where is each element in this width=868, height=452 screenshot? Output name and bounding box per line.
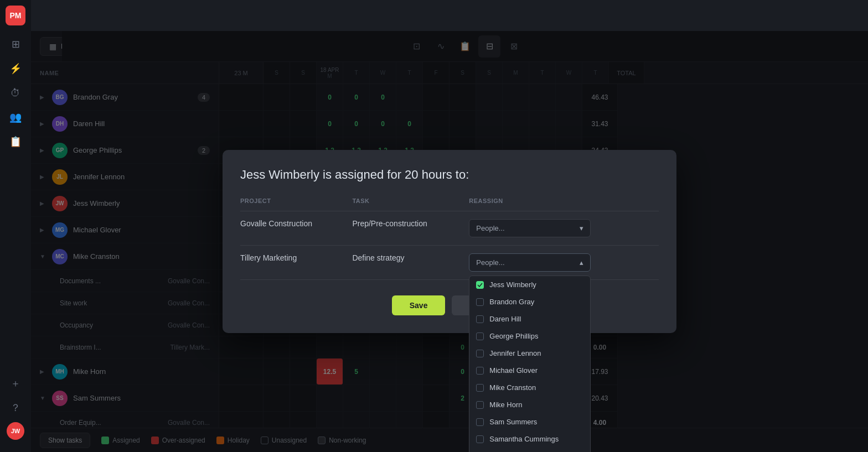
dropdown-item-sam-summers[interactable]: Sam Summers bbox=[469, 413, 590, 430]
dropdown-label-brandon-gray: Brandon Gray bbox=[489, 298, 534, 306]
modal-row1-task: Prep/Pre-construction bbox=[352, 211, 469, 246]
nav-projects-icon[interactable]: 📋 bbox=[6, 132, 25, 152]
modal-row2-reassign: People... ▴ Jess Wimberly bbox=[469, 246, 659, 280]
modal-overlay: Jess Wimberly is assigned for 20 hours t… bbox=[31, 31, 868, 452]
people-dropdown-list: Jess Wimberly Brandon Gray Daren Hill bbox=[469, 276, 591, 452]
dropdown-label-mike-cranston: Mike Cranston bbox=[489, 383, 536, 392]
dropdown-item-mike-horn[interactable]: Mike Horn bbox=[469, 396, 590, 413]
checkbox-brandon-gray bbox=[476, 298, 484, 306]
nav-home-icon[interactable]: ⊞ bbox=[6, 34, 25, 54]
people-dropdown-row2: People... ▴ Jess Wimberly bbox=[469, 253, 659, 272]
dropdown-label-daren-hill: Daren Hill bbox=[489, 315, 521, 323]
modal-actions: Save Close bbox=[240, 295, 659, 315]
dropdown-label-jennifer-lennon: Jennifer Lennon bbox=[489, 349, 541, 357]
modal-row1-project: Govalle Construction bbox=[240, 211, 352, 246]
modal-row2-project: Tillery Marketing bbox=[240, 246, 352, 280]
modal-row-1: Govalle Construction Prep/Pre-constructi… bbox=[240, 211, 659, 246]
checkbox-samantha-cummings bbox=[476, 435, 484, 443]
dropdown-label-sam-summers: Sam Summers bbox=[489, 418, 537, 426]
nav-time-icon[interactable]: ⏱ bbox=[6, 83, 25, 103]
modal-row1-reassign: People... ▾ bbox=[469, 211, 659, 246]
modal-title: Jess Wimberly is assigned for 20 hours t… bbox=[240, 168, 659, 182]
people-dropdown-btn-row2[interactable]: People... ▴ bbox=[469, 253, 591, 272]
dropdown-item-tara-washington[interactable]: Tara Washington bbox=[469, 448, 590, 452]
checkbox-jess-wimberly bbox=[476, 281, 484, 289]
checkbox-sam-summers bbox=[476, 418, 484, 426]
modal-row-2: Tillery Marketing Define strategy People… bbox=[240, 246, 659, 280]
dropdown-label-mike-horn: Mike Horn bbox=[489, 401, 522, 409]
dropdown-label-george-phillips: George Phillips bbox=[489, 332, 538, 340]
dropdown-placeholder-row2: People... bbox=[476, 258, 504, 267]
checkbox-george-phillips bbox=[476, 332, 484, 340]
col-header-task: TASK bbox=[352, 198, 469, 211]
nav-alerts-icon[interactable]: ⚡ bbox=[6, 59, 25, 79]
dropdown-placeholder-row1: People... bbox=[476, 224, 504, 232]
col-header-project: PROJECT bbox=[240, 198, 352, 211]
checkbox-jennifer-lennon bbox=[476, 350, 484, 357]
dropdown-item-brandon-gray[interactable]: Brandon Gray bbox=[469, 293, 590, 310]
dropdown-item-samantha-cummings[interactable]: Samantha Cummings bbox=[469, 430, 590, 448]
dropdown-item-daren-hill[interactable]: Daren Hill bbox=[469, 310, 590, 328]
app-logo: PM bbox=[6, 6, 25, 25]
save-button[interactable]: Save bbox=[392, 295, 446, 315]
dropdown-item-jennifer-lennon[interactable]: Jennifer Lennon bbox=[469, 345, 590, 362]
user-avatar[interactable]: JW bbox=[7, 422, 24, 440]
dropdown-label-jess-wimberly: Jess Wimberly bbox=[489, 280, 536, 289]
dropdown-item-mike-cranston[interactable]: Mike Cranston bbox=[469, 379, 590, 396]
people-dropdown-btn-row1[interactable]: People... ▾ bbox=[469, 219, 591, 237]
nav-help-icon[interactable]: ？ bbox=[6, 398, 25, 418]
checkbox-daren-hill bbox=[476, 315, 484, 323]
dropdown-item-george-phillips[interactable]: George Phillips bbox=[469, 328, 590, 345]
nav-people-icon[interactable]: 👥 bbox=[6, 107, 25, 127]
modal-table: PROJECT TASK REASSIGN Govalle Constructi… bbox=[240, 198, 659, 280]
dropdown-item-jess-wimberly[interactable]: Jess Wimberly bbox=[469, 276, 590, 293]
modal-row2-task: Define strategy bbox=[352, 246, 469, 280]
dropdown-label-michael-glover: Michael Glover bbox=[489, 366, 538, 375]
modal-dialog: Jess Wimberly is assigned for 20 hours t… bbox=[223, 150, 676, 333]
people-dropdown-row1: People... ▾ bbox=[469, 219, 659, 237]
dropdown-chevron-row1: ▾ bbox=[580, 224, 583, 232]
dropdown-label-samantha-cummings: Samantha Cummings bbox=[489, 435, 559, 443]
checkbox-mike-horn bbox=[476, 401, 484, 409]
sidebar-nav: PM ⊞ ⚡ ⏱ 👥 📋 ＋ ？ JW bbox=[0, 0, 31, 452]
dropdown-item-michael-glover[interactable]: Michael Glover bbox=[469, 362, 590, 379]
checkbox-mike-cranston bbox=[476, 384, 484, 392]
col-header-reassign: REASSIGN bbox=[469, 198, 659, 211]
nav-add-icon[interactable]: ＋ bbox=[6, 373, 25, 393]
dropdown-chevron-row2: ▴ bbox=[580, 258, 583, 267]
checkbox-michael-glover bbox=[476, 367, 484, 375]
main-area: ⊡ ∿ 📋 ⊟ ⊠ ▦ From Today All Projects ▾ 👤 … bbox=[31, 31, 868, 452]
